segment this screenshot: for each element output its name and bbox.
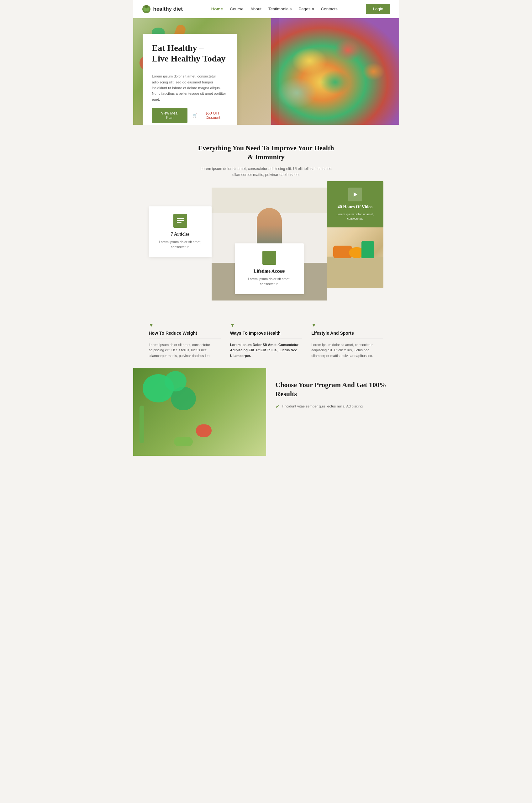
bottom-right-content: Choose Your Program And Get 100% Results… <box>266 368 399 456</box>
video-title: 40 Hours Of Video <box>332 205 378 209</box>
hero-card: Eat Healthy –Live Healthy Today Lorem ip… <box>142 34 237 125</box>
articles-desc: Lorem ipsum dolor sit amet, consectetur. <box>155 239 205 250</box>
articles-icon <box>173 214 187 228</box>
video-desc: Lorem ipsum dolor sit amet, consectetur. <box>332 212 378 221</box>
svg-rect-4 <box>177 218 184 219</box>
bottom-left-image <box>133 368 266 456</box>
logo-text: healthy diet <box>153 6 183 12</box>
improve-section: Everything You Need To Improve Your Heal… <box>133 125 399 310</box>
broccoli-decor-3 <box>165 371 187 391</box>
hero-description: Lorem ipsum dolor sit amet, consectetur … <box>152 73 227 102</box>
logo-icon <box>142 5 151 14</box>
nav-course[interactable]: Course <box>230 6 244 11</box>
logo[interactable]: healthy diet <box>142 5 183 14</box>
svg-marker-11 <box>354 192 357 197</box>
improve-description: Lorem ipsum dolor sit amet, consectetur … <box>200 166 332 178</box>
cart-icon: 🛒 <box>192 113 197 118</box>
col-item-0: ▼ How To Reduce Weight Lorem ipsum dolor… <box>149 322 221 359</box>
col-desc-2: Lorem ipsum dolor sit amet, consectetur … <box>311 342 383 359</box>
kitchen-image-area: Lifetime Access Lorem ipsum dolor sit am… <box>212 188 327 300</box>
col-desc-1: Lorem Ipsum Dolor Sit Amet, Consectetur … <box>230 342 302 359</box>
svg-point-10 <box>270 257 272 259</box>
lifetime-icon <box>262 251 276 265</box>
col-arrow-2: ▼ <box>311 322 383 328</box>
cucumber-decor <box>174 437 193 446</box>
articles-title: 7 Articles <box>155 231 205 237</box>
video-play-icon <box>348 188 362 201</box>
hero-actions: View Meal Plan 🛒 $50 OFF Discount <box>152 108 227 123</box>
bottom-right-item-text-0: Tincidunt vitae semper quis lectus nulla… <box>282 404 363 409</box>
col-arrow-1: ▼ <box>230 322 302 328</box>
col-title-0: How To Reduce Weight <box>149 331 221 336</box>
nav-contacts[interactable]: Contacts <box>321 6 338 11</box>
lifetime-title: Lifetime Access <box>241 268 298 274</box>
col-divider-0 <box>149 338 221 338</box>
improve-right-col: 40 Hours Of Video Lorem ipsum dolor sit … <box>327 188 383 300</box>
col-arrow-0: ▼ <box>149 322 221 328</box>
nav-pages[interactable]: Pages ▾ <box>299 6 314 12</box>
hero-section: Eat Healthy –Live Healthy Today Lorem ip… <box>133 18 399 125</box>
improve-title: Everything You Need To Improve Your Heal… <box>196 144 337 162</box>
svg-rect-6 <box>177 222 182 223</box>
celery-decor <box>139 406 144 443</box>
nav-about[interactable]: About <box>250 6 262 11</box>
login-button[interactable]: Login <box>366 4 390 14</box>
lifetime-card: Lifetime Access Lorem ipsum dolor sit am… <box>235 243 304 294</box>
hero-bg-right <box>271 18 399 125</box>
articles-card: 7 Articles Lorem ipsum dolor sit amet, c… <box>149 206 212 257</box>
col-title-2: Lifestyle And Sports <box>311 331 383 336</box>
nav-testimonials[interactable]: Testimonials <box>268 6 291 11</box>
pepper-decor <box>196 424 212 437</box>
bottom-right-title: Choose Your Program And Get 100% Results <box>276 380 390 398</box>
nav-home[interactable]: Home <box>211 6 223 11</box>
chevron-down-icon: ▾ <box>312 6 314 12</box>
bottom-section: Choose Your Program And Get 100% Results… <box>133 368 399 456</box>
col-divider-1 <box>230 338 302 338</box>
discount-button[interactable]: 🛒 $50 OFF Discount <box>192 111 227 120</box>
col-item-2: ▼ Lifestyle And Sports Lorem ipsum dolor… <box>311 322 383 359</box>
col-title-1: Ways To Improve Health <box>230 331 302 336</box>
nav-links: Home Course About Testimonials Pages ▾ C… <box>211 6 338 12</box>
view-meal-plan-button[interactable]: View Meal Plan <box>152 108 188 123</box>
video-card: 40 Hours Of Video Lorem ipsum dolor sit … <box>327 181 383 227</box>
col-desc-0: Lorem ipsum dolor sit amet, consectetur … <box>149 342 221 359</box>
hero-divider <box>152 69 227 69</box>
svg-rect-5 <box>177 220 184 221</box>
hero-title: Eat Healthy –Live Healthy Today <box>152 43 227 64</box>
check-icon: ✔ <box>276 404 279 409</box>
col-item-1: ▼ Ways To Improve Health Lorem Ipsum Dol… <box>230 322 302 359</box>
improve-grid: 7 Articles Lorem ipsum dolor sit amet, c… <box>149 188 383 300</box>
svg-point-9 <box>267 257 268 259</box>
bottom-right-item-0: ✔ Tincidunt vitae semper quis lectus nul… <box>276 404 390 409</box>
navbar: healthy diet Home Course About Testimoni… <box>133 0 399 18</box>
three-cols-section: ▼ How To Reduce Weight Lorem ipsum dolor… <box>133 310 399 368</box>
col-divider-2 <box>311 338 383 338</box>
lifetime-desc: Lorem ipsum dolor sit amet, consectetur. <box>241 276 298 287</box>
